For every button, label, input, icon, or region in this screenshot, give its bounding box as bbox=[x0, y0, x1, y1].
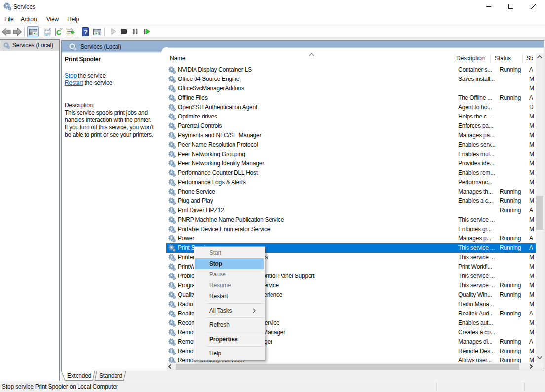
svg-text:?: ? bbox=[84, 28, 88, 36]
